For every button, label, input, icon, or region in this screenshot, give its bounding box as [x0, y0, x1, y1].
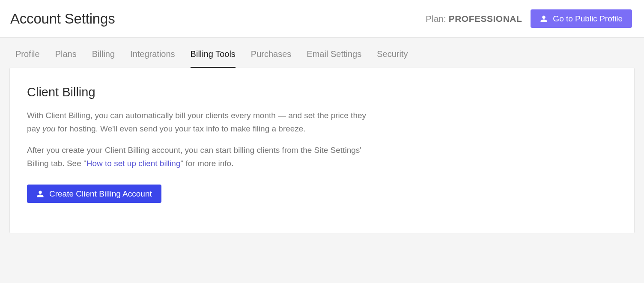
tab-billing[interactable]: Billing [92, 49, 115, 68]
create-client-billing-account-button[interactable]: Create Client Billing Account [27, 185, 161, 203]
client-billing-description-2: After you create your Client Billing acc… [27, 143, 378, 170]
person-icon [36, 190, 44, 198]
client-billing-description-1: With Client Billing, you can automatical… [27, 109, 378, 136]
person-icon [540, 15, 548, 23]
go-to-public-profile-button[interactable]: Go to Public Profile [531, 9, 632, 28]
create-client-billing-account-label: Create Client Billing Account [49, 190, 152, 198]
how-to-setup-link[interactable]: How to set up client billing [86, 159, 181, 168]
tab-integrations[interactable]: Integrations [130, 49, 175, 68]
plan-label: Plan: [426, 14, 449, 24]
go-to-public-profile-label: Go to Public Profile [553, 15, 623, 23]
tab-billing-tools[interactable]: Billing Tools [191, 49, 236, 68]
tab-plans[interactable]: Plans [55, 49, 77, 68]
tab-email-settings[interactable]: Email Settings [307, 49, 361, 68]
plan-indicator: Plan: PROFESSIONAL [426, 14, 522, 24]
page-title: Account Settings [10, 11, 115, 27]
content-container: Profile Plans Billing Integrations Billi… [0, 38, 644, 243]
client-billing-title: Client Billing [27, 85, 617, 99]
tabs: Profile Plans Billing Integrations Billi… [9, 38, 635, 68]
action-row: Create Client Billing Account [27, 185, 617, 203]
tab-profile[interactable]: Profile [15, 49, 40, 68]
header-right: Plan: PROFESSIONAL Go to Public Profile [426, 9, 632, 28]
plan-name: PROFESSIONAL [449, 14, 522, 24]
page-header: Account Settings Plan: PROFESSIONAL Go t… [0, 0, 644, 38]
billing-tools-panel: Client Billing With Client Billing, you … [9, 68, 635, 233]
tab-security[interactable]: Security [377, 49, 408, 68]
tab-purchases[interactable]: Purchases [251, 49, 292, 68]
